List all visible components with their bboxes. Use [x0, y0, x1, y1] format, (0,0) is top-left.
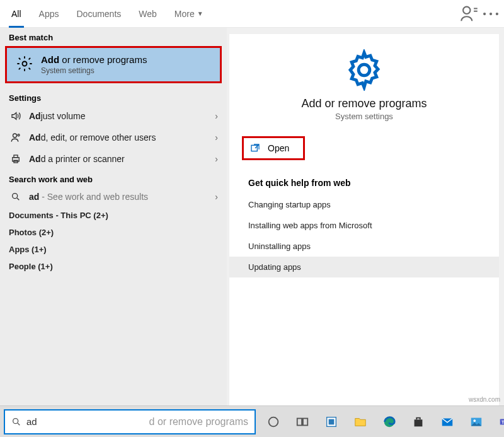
detail-panel: Add or remove programs System settings O… [229, 34, 499, 405]
tab-all[interactable]: All [3, 0, 30, 28]
result-add-printer[interactable]: Add a printer or scanner › [0, 148, 227, 170]
cortana-icon[interactable] [261, 409, 286, 434]
gear-icon [16, 55, 33, 75]
gear-icon [229, 49, 499, 91]
best-match-result[interactable]: Add or remove programs System settings [5, 46, 222, 83]
svg-point-0 [463, 6, 470, 13]
result-add-users[interactable]: Add, edit, or remove other users › [0, 127, 227, 148]
svg-point-22 [473, 419, 476, 422]
volume-icon [9, 110, 23, 122]
edge-icon[interactable] [377, 409, 402, 434]
feedback-icon[interactable] [459, 3, 480, 25]
svg-point-10 [13, 194, 18, 199]
help-item-startup[interactable]: Changing startup apps [229, 194, 499, 215]
chevron-right-icon: › [215, 111, 218, 121]
svg-point-14 [269, 417, 278, 426]
detail-subtitle: System settings [229, 112, 499, 121]
svg-point-2 [490, 12, 492, 15]
teams-icon[interactable]: T [493, 409, 504, 434]
category-documents[interactable]: Documents - This PC (2+) [0, 207, 227, 224]
help-header: Get quick help from web [229, 160, 499, 194]
main-content: Best match Add or remove programs System… [0, 28, 504, 405]
tab-web[interactable]: Web [130, 0, 166, 28]
help-item-update[interactable]: Updating apps [229, 257, 499, 277]
photos-icon[interactable] [464, 409, 489, 434]
tab-apps[interactable]: Apps [30, 0, 68, 28]
taskbar: d or remove programs T [0, 405, 504, 437]
svg-point-1 [483, 12, 486, 15]
svg-rect-16 [303, 418, 307, 425]
open-icon [250, 143, 260, 153]
svg-text:T: T [501, 419, 504, 424]
tab-documents[interactable]: Documents [67, 0, 130, 28]
best-match-title: Add or remove programs [41, 54, 147, 65]
results-panel: Best match Add or remove programs System… [0, 28, 227, 405]
result-adjust-volume[interactable]: Adjust volume › [0, 105, 227, 127]
svg-point-11 [358, 64, 370, 76]
store-icon[interactable] [406, 409, 431, 434]
chevron-down-icon: ▼ [197, 10, 203, 17]
svg-point-6 [18, 134, 20, 136]
search-box[interactable]: d or remove programs [4, 409, 256, 434]
svg-point-3 [496, 12, 498, 15]
watermark: wsxdn.com [469, 396, 500, 403]
help-item-uninstall[interactable]: Uninstalling apps [229, 236, 499, 257]
files-app-icon[interactable] [319, 409, 344, 434]
best-match-subtitle: System settings [41, 66, 147, 75]
more-icon[interactable] [480, 3, 501, 25]
search-input[interactable] [26, 416, 151, 427]
result-web-search[interactable]: ad - See work and web results › [0, 187, 227, 207]
user-icon [9, 132, 23, 143]
search-icon [9, 192, 23, 202]
chevron-right-icon: › [215, 192, 218, 202]
search-ghost-text: d or remove programs [149, 416, 248, 428]
category-photos[interactable]: Photos (2+) [0, 224, 227, 241]
open-button[interactable]: Open [242, 136, 305, 160]
section-settings: Settings [0, 88, 227, 105]
category-apps[interactable]: Apps (1+) [0, 241, 227, 258]
printer-icon [9, 153, 23, 165]
tab-more[interactable]: More▼ [166, 0, 212, 28]
svg-rect-18 [329, 419, 333, 424]
svg-rect-12 [251, 145, 257, 151]
explorer-icon[interactable] [348, 409, 373, 434]
task-view-icon[interactable] [290, 409, 315, 434]
chevron-right-icon: › [215, 154, 218, 164]
filter-tabs: All Apps Documents Web More▼ [0, 0, 504, 28]
section-best-match: Best match [0, 28, 227, 45]
svg-rect-8 [14, 155, 18, 158]
detail-title: Add or remove programs [229, 97, 499, 110]
category-people[interactable]: People (1+) [0, 258, 227, 275]
svg-rect-15 [297, 418, 302, 425]
chevron-right-icon: › [215, 132, 218, 143]
help-item-webapps[interactable]: Installing web apps from Microsoft [229, 215, 499, 236]
svg-point-13 [13, 418, 18, 423]
search-icon [11, 417, 21, 427]
svg-point-4 [23, 61, 27, 66]
mail-icon[interactable] [435, 409, 460, 434]
section-search-web: Search work and web [0, 170, 227, 187]
svg-point-5 [13, 134, 17, 137]
